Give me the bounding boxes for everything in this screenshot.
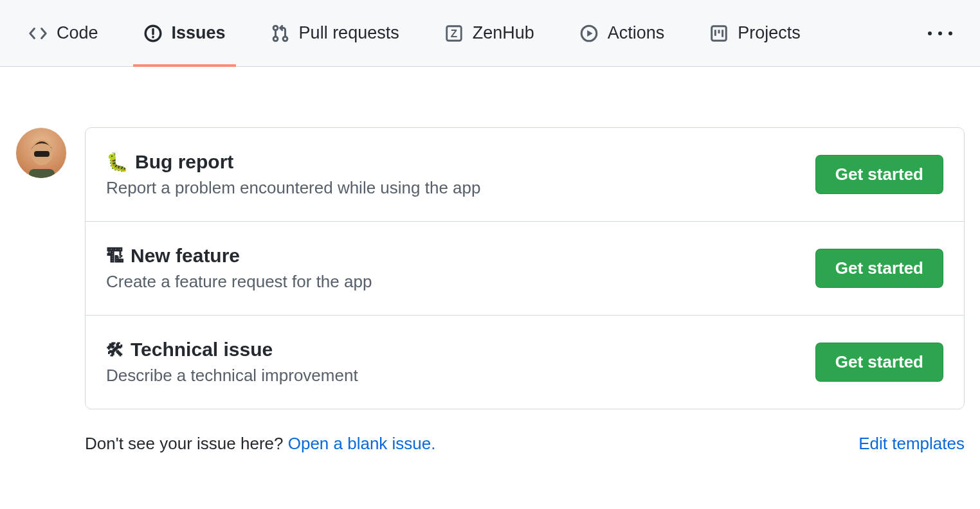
template-row-bug-report: 🐛 Bug report Report a problem encountere… xyxy=(86,128,964,221)
tab-label: Actions xyxy=(608,23,665,43)
tab-label: Projects xyxy=(738,23,801,43)
template-title-text: New feature xyxy=(131,245,240,267)
template-info: 🏗 New feature Create a feature request f… xyxy=(106,245,800,292)
template-row-new-feature: 🏗 New feature Create a feature request f… xyxy=(86,221,964,315)
edit-templates-link[interactable]: Edit templates xyxy=(858,434,965,454)
tab-zenhub[interactable]: Z ZenHub xyxy=(434,0,545,66)
template-title: 🛠 Technical issue xyxy=(106,339,800,361)
tab-label: Issues xyxy=(172,23,226,43)
get-started-button[interactable]: Get started xyxy=(815,249,943,288)
tab-pull-requests[interactable]: Pull requests xyxy=(260,0,410,66)
main-column: 🐛 Bug report Report a problem encountere… xyxy=(85,127,965,454)
tab-label: Pull requests xyxy=(299,23,399,43)
svg-rect-17 xyxy=(34,151,50,157)
avatar[interactable] xyxy=(15,127,67,179)
svg-marker-10 xyxy=(587,30,592,36)
svg-rect-18 xyxy=(29,169,55,179)
svg-point-2 xyxy=(152,35,154,38)
template-description: Describe a technical improvement xyxy=(106,366,800,386)
get-started-button[interactable]: Get started xyxy=(815,343,943,382)
tab-projects[interactable]: Projects xyxy=(699,0,811,66)
crane-icon: 🏗 xyxy=(106,246,124,267)
template-title: 🐛 Bug report xyxy=(106,151,800,173)
kebab-icon xyxy=(928,31,932,35)
template-title: 🏗 New feature xyxy=(106,245,800,267)
template-footer: Don't see your issue here? Open a blank … xyxy=(85,434,965,454)
template-description: Report a problem encountered while using… xyxy=(106,178,800,198)
tab-actions[interactable]: Actions xyxy=(569,0,675,66)
git-pull-request-icon xyxy=(271,24,290,43)
footer-prompt: Don't see your issue here? xyxy=(85,434,288,453)
template-info: 🛠 Technical issue Describe a technical i… xyxy=(106,339,800,386)
tools-icon: 🛠 xyxy=(106,339,124,361)
project-icon xyxy=(709,24,729,43)
tab-label: ZenHub xyxy=(473,23,534,43)
zenhub-icon: Z xyxy=(444,24,464,43)
bug-icon: 🐛 xyxy=(106,152,129,173)
overflow-menu-button[interactable] xyxy=(918,31,962,35)
get-started-button[interactable]: Get started xyxy=(815,155,943,194)
template-title-text: Bug report xyxy=(135,151,233,173)
template-list: 🐛 Bug report Report a problem encountere… xyxy=(85,127,965,409)
kebab-icon xyxy=(938,31,942,35)
footer-left: Don't see your issue here? Open a blank … xyxy=(85,434,436,454)
tab-issues[interactable]: Issues xyxy=(133,0,236,66)
issue-template-chooser: 🐛 Bug report Report a problem encountere… xyxy=(0,67,980,479)
svg-text:Z: Z xyxy=(451,27,457,39)
tab-list: Code Issues Pull requests Z ZenHub Actio… xyxy=(18,0,918,66)
tab-code[interactable]: Code xyxy=(18,0,109,66)
code-icon xyxy=(28,24,48,43)
tab-label: Code xyxy=(57,23,98,43)
template-description: Create a feature request for the app xyxy=(106,272,800,292)
template-row-technical-issue: 🛠 Technical issue Describe a technical i… xyxy=(86,315,964,409)
repo-nav: Code Issues Pull requests Z ZenHub Actio… xyxy=(0,0,980,67)
play-icon xyxy=(579,24,599,43)
open-blank-issue-link[interactable]: Open a blank issue. xyxy=(288,434,436,453)
template-info: 🐛 Bug report Report a problem encountere… xyxy=(106,151,800,198)
kebab-icon xyxy=(948,31,952,35)
issue-opened-icon xyxy=(143,24,163,43)
template-title-text: Technical issue xyxy=(131,339,273,361)
